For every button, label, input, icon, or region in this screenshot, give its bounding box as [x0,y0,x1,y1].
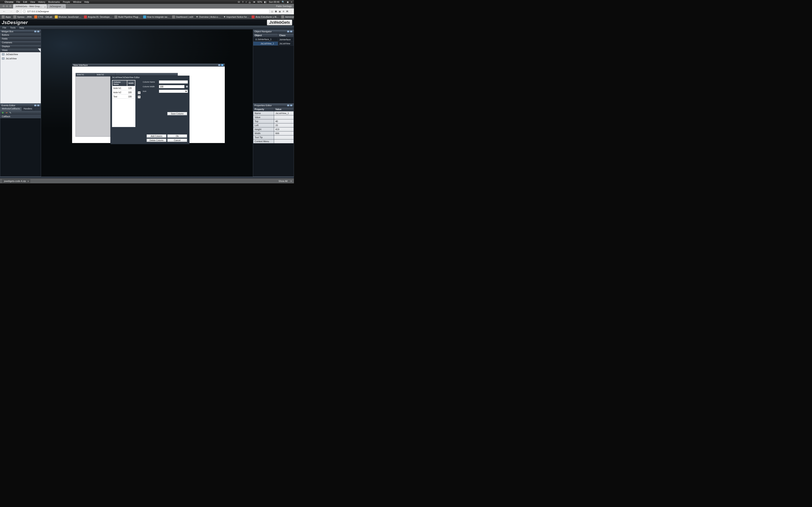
col-property[interactable]: Property [253,107,274,111]
back-button[interactable]: ← [2,9,7,13]
move-up-button[interactable]: ▲ [138,91,141,94]
bookmark-item[interactable]: How to integrate sw… [143,15,170,18]
section-displays[interactable]: Displays [0,45,41,48]
bookmark-item[interactable]: ★Important Notice for… [223,15,249,18]
extension-icon[interactable]: ◎ [271,10,273,13]
window-close-icon[interactable]: ✕ [221,64,223,66]
table-row[interactable]: Test100 [112,95,135,99]
property-row[interactable]: Width666 [253,131,294,135]
menu-people[interactable]: People [63,1,70,3]
col-object[interactable]: Object [253,34,278,38]
collapse-icon[interactable]: ⊟ [255,38,258,41]
download-chip[interactable]: jswebgets-code-4.zip ▾ [2,179,30,183]
clock[interactable]: Sun 00:46 [269,1,280,3]
chevron-down-icon[interactable]: ▾ [28,180,29,182]
widget-jslistview[interactable]: JsListView [0,56,41,61]
close-icon[interactable]: × [63,5,64,8]
section-containers[interactable]: Containers [0,41,41,45]
browser-tab[interactable]: JsDesigner × [47,4,66,8]
edit-icon[interactable]: ✎ [9,112,12,114]
move-down-button[interactable]: ▼ [138,96,141,99]
window-close-icon[interactable] [3,5,5,7]
column-name-input[interactable] [159,80,188,83]
window-minimize-icon[interactable] [6,5,8,7]
spotlight-icon[interactable]: 🔍 [282,1,285,3]
add-icon[interactable]: ✚ [1,112,4,114]
profile-name[interactable]: Pablo Santiago [276,5,292,7]
table-row[interactable]: teste lv2100 [112,91,135,95]
extension-icon[interactable]: ⬢ [275,10,277,13]
menu-help[interactable]: Help [84,1,89,3]
property-row[interactable]: Tool Tip [253,135,294,139]
save-column-button[interactable]: Save Column [167,112,187,115]
window-minimize-icon[interactable] [218,64,220,66]
battery-icon[interactable]: ▮▯ [264,1,267,3]
menu-file[interactable]: File [16,1,20,3]
col-header-name[interactable]: Column Name [112,80,127,86]
tab-handlers[interactable]: Handlers [22,107,34,111]
tab-methods-callbacks[interactable]: Methods/CallBacks [0,107,22,111]
menu-view[interactable]: View [30,1,35,3]
icon-select[interactable] [159,90,188,93]
bookmark-item[interactable]: AngularJS: Develope… [84,15,112,18]
add-column-button[interactable]: Add Column [147,134,166,138]
panel-maximize-icon[interactable] [290,31,293,33]
col-value[interactable]: Value [274,107,294,111]
close-icon[interactable]: × [44,5,46,8]
property-row[interactable]: NameJsListView_1 [253,111,294,115]
panel-maximize-icon[interactable] [37,104,40,107]
extension-icon[interactable]: ✲ [283,10,285,13]
section-buttons[interactable]: Buttons [0,33,41,37]
active-app-name[interactable]: Chrome [5,1,13,3]
bookmark-item[interactable]: Xpreso - JIRA [13,15,32,18]
property-row[interactable]: Top40 [253,119,294,123]
bookmark-item[interactable]: Build Pipeline Plugi… [114,15,140,18]
extension-icon[interactable]: ▣ [279,10,281,13]
bookmark-item[interactable]: ★Overview | Ardui-o-… [196,15,221,18]
window-zoom-icon[interactable] [9,5,11,7]
app-menu-help[interactable]: Help [19,26,24,29]
site-info-icon[interactable]: i [23,10,26,13]
cancel-button[interactable]: Cancel [167,138,187,142]
width-spinner[interactable]: ▴▾ [186,86,188,88]
property-row[interactable]: Height419 [253,127,294,131]
menu-bookmarks[interactable]: Bookmarks [48,1,60,3]
app-menu-tools[interactable]: Tools [10,26,16,29]
menu-edit[interactable]: Edit [23,1,27,3]
column-width-input[interactable] [159,85,185,88]
address-bar[interactable]: i 127.0.0.1/JsDesigner [21,9,269,14]
menu-history[interactable]: History [38,1,45,3]
bookmark-item[interactable]: Administration - OF… [281,15,294,18]
reload-button[interactable]: ⟳ [15,9,20,13]
property-row[interactable]: Left20 [253,123,294,127]
panel-maximize-icon[interactable] [37,31,40,33]
tray-icon[interactable]: ⇪ [242,1,244,3]
notifications-icon[interactable]: ≡ [291,1,292,3]
bookmark-item[interactable]: Área Estudiante y Al… [252,15,279,18]
section-views[interactable]: Views [0,48,41,52]
col-header-width[interactable]: Width [127,80,135,86]
listview-column-header[interactable]: teste lv1 [76,73,96,76]
panel-minimize-icon[interactable] [287,31,290,33]
ok-button[interactable]: Ok [167,134,187,138]
show-all-downloads[interactable]: Show All [278,180,287,182]
tray-icon[interactable]: ⛁ [238,1,240,3]
siri-icon[interactable]: ◉ [287,1,289,3]
volume-icon[interactable]: 🕪 [253,1,255,3]
chrome-menu-icon[interactable]: ⋮ [290,10,292,13]
widget-jsdataview[interactable]: JsDataView [0,52,41,56]
remove-icon[interactable]: ━ [5,112,8,114]
app-menu-file[interactable]: File [3,26,6,29]
panel-minimize-icon[interactable] [34,31,37,33]
forward-button[interactable]: → [8,9,13,13]
browser-tab[interactable]: JsWebGets - Web Graphical U × [13,4,47,8]
col-class[interactable]: Class [278,34,294,38]
table-row[interactable]: teste lv1120 [112,87,135,90]
panel-maximize-icon[interactable] [290,104,293,107]
menu-window[interactable]: Window [73,1,81,3]
panel-minimize-icon[interactable] [287,104,290,107]
property-row[interactable]: Value [253,115,294,119]
bookmark-apps[interactable]: Apps [2,15,11,18]
bookmark-item[interactable]: Modular JavaScript:… [55,15,82,18]
tray-icon[interactable]: r [246,1,247,3]
